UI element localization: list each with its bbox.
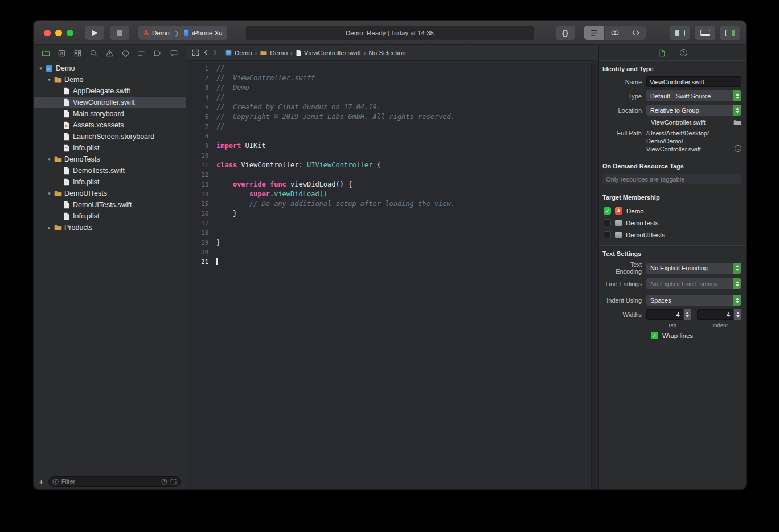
standard-editor-button[interactable] [584, 26, 605, 40]
navigator-tab-tests-icon[interactable] [121, 48, 131, 58]
line-number[interactable]: 4 [186, 93, 208, 102]
navigator-tab-find-icon[interactable] [88, 48, 99, 58]
toggle-navigator-button[interactable] [670, 26, 690, 40]
toggle-debug-area-button[interactable] [695, 26, 715, 40]
disclosure-triangle[interactable]: ▾ [46, 77, 53, 83]
code-line[interactable]: // ViewController.swift [216, 73, 591, 83]
navigator-tab-debug-icon[interactable] [137, 48, 147, 58]
breadcrumb-item-viewcontroller-swift[interactable]: ViewController.swift [296, 49, 361, 57]
line-number[interactable]: 3 [186, 83, 208, 93]
indent-using-popup[interactable]: Spaces [646, 295, 741, 306]
tree-row-demotests-swift[interactable]: DemoTests.swift [34, 165, 186, 176]
zoom-window-button[interactable] [67, 30, 73, 36]
tree-row-info-plist[interactable]: Info.plist [34, 142, 186, 154]
code-line[interactable]: // [216, 93, 591, 102]
tree-row-viewcontroller-swift[interactable]: ViewController.swift [34, 97, 186, 108]
code-line[interactable] [216, 257, 591, 267]
choose-folder-icon[interactable] [733, 119, 741, 126]
navigator-tab-source-control-icon[interactable] [56, 48, 67, 58]
tree-row-demo[interactable]: ▾Demo [34, 74, 186, 85]
code-line[interactable]: // Do any additional setup after loading… [216, 199, 591, 209]
code-line[interactable]: // Copyright © 2019 Jamit Labs GmbH. All… [216, 112, 591, 122]
tree-row-info-plist[interactable]: Info.plist [34, 176, 186, 188]
tree-row-launchscreen-storyboard[interactable]: LaunchScreen.storyboard [34, 131, 186, 142]
breadcrumb-item-demo[interactable]: Demo [225, 49, 252, 56]
code-line[interactable]: // [216, 64, 591, 73]
indent-width-stepper[interactable]: 4 [697, 309, 742, 320]
version-editor-button[interactable] [625, 26, 646, 40]
line-number[interactable]: 1 [186, 64, 208, 73]
code-line[interactable] [216, 218, 591, 228]
line-number[interactable]: 8 [186, 131, 208, 141]
scm-status-filter-icon[interactable] [170, 479, 177, 485]
code-line[interactable]: import UIKit [216, 141, 591, 151]
disclosure-triangle[interactable]: ▸ [46, 225, 53, 230]
scheme-selector[interactable]: A Demo ❯ iPhone Xʀ [138, 26, 227, 40]
disclosure-triangle[interactable]: ▾ [46, 191, 53, 196]
text-encoding-popup[interactable]: No Explicit Encoding [646, 263, 741, 274]
line-number[interactable]: 20 [186, 248, 208, 257]
type-popup[interactable]: Default - Swift Source [646, 90, 741, 101]
location-popup[interactable]: Relative to Group [646, 105, 741, 116]
navigator-tab-symbols-icon[interactable] [72, 48, 83, 58]
tree-row-products[interactable]: ▸Products [34, 222, 186, 233]
stepper-arrows-icon[interactable] [734, 309, 741, 320]
wrap-lines-checkbox[interactable] [651, 332, 658, 339]
resource-tags-field[interactable]: Only resources are taggable [602, 174, 741, 184]
tree-row-assets-xcassets[interactable]: Assets.xcassets [34, 119, 186, 131]
code-line[interactable]: class ViewController: UIViewController { [216, 160, 591, 170]
breadcrumb-item-no-selection[interactable]: No Selection [369, 50, 406, 56]
go-back-button[interactable] [203, 49, 208, 56]
line-number[interactable]: 5 [186, 102, 208, 112]
code-line[interactable]: } [216, 238, 591, 248]
line-number[interactable]: 10 [186, 151, 208, 160]
disclosure-triangle[interactable]: ▾ [37, 65, 44, 71]
indent-width-value[interactable]: 4 [697, 309, 734, 320]
goto-arrow-icon[interactable] [735, 145, 741, 152]
code-line[interactable]: } [216, 209, 591, 218]
navigator-tab-project-icon[interactable] [40, 48, 51, 58]
source-editor[interactable]: 123456789101112131415161718192021 //// V… [186, 61, 598, 489]
line-number[interactable]: 6 [186, 112, 208, 122]
tree-row-appdelegate-swift[interactable]: AppDelegate.swift [34, 85, 186, 97]
line-number[interactable]: 14 [186, 189, 208, 199]
close-window-button[interactable] [44, 30, 51, 36]
code-line[interactable] [216, 248, 591, 257]
target-checkbox[interactable] [604, 219, 611, 226]
library-button[interactable]: {} [556, 26, 575, 40]
navigator-tab-reports-icon[interactable] [169, 48, 179, 58]
line-number[interactable]: 17 [186, 218, 208, 228]
run-button[interactable] [85, 26, 104, 40]
line-number[interactable]: 12 [186, 170, 208, 180]
filter-field[interactable]: Filter [48, 476, 181, 487]
navigator-tab-issues-icon[interactable] [105, 48, 115, 58]
related-items-icon[interactable] [192, 49, 199, 56]
toggle-inspector-button[interactable] [720, 26, 740, 40]
minimize-window-button[interactable] [55, 30, 62, 36]
stop-button[interactable] [110, 26, 129, 40]
code-line[interactable]: // Demo [216, 83, 591, 93]
file-inspector-tab[interactable] [658, 49, 665, 57]
name-field[interactable]: ViewController.swift [646, 76, 741, 87]
tree-row-demo[interactable]: ▾Demo [34, 63, 186, 74]
code-line[interactable]: // [216, 122, 591, 131]
tab-width-value[interactable]: 4 [646, 309, 683, 320]
code-line[interactable]: // Created by Cihat Gündüz on 17.04.19. [216, 102, 591, 112]
line-number[interactable]: 18 [186, 228, 208, 238]
code-line[interactable] [216, 170, 591, 180]
tree-row-info-plist[interactable]: Info.plist [34, 211, 186, 222]
code-line[interactable]: override func viewDidLoad() { [216, 180, 591, 189]
recent-files-clock-icon[interactable] [161, 479, 167, 485]
line-number[interactable]: 13 [186, 180, 208, 189]
stepper-arrows-icon[interactable] [684, 309, 691, 320]
target-checkbox[interactable] [604, 207, 611, 215]
line-number[interactable]: 2 [186, 73, 208, 83]
code-line[interactable] [216, 228, 591, 238]
disclosure-triangle[interactable]: ▾ [46, 156, 53, 162]
go-forward-button[interactable] [212, 49, 218, 56]
line-number[interactable]: 21 [186, 257, 208, 267]
tree-row-main-storyboard[interactable]: Main.storyboard [34, 108, 186, 119]
line-number[interactable]: 11 [186, 160, 208, 170]
line-number[interactable]: 9 [186, 141, 208, 151]
line-number[interactable]: 15 [186, 199, 208, 209]
